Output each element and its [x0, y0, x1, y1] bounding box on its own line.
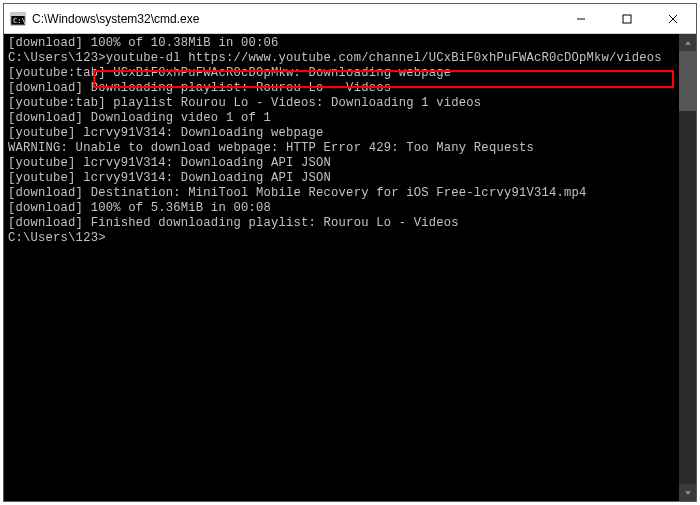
svg-text:C:\: C:\ [13, 17, 26, 25]
vertical-scrollbar[interactable] [679, 34, 696, 501]
terminal-line: [download] Finished downloading playlist… [8, 216, 675, 231]
terminal-line: C:\Users\123>youtube-dl https://www.yout… [8, 51, 675, 66]
terminal-line: [youtube] lcrvy91V314: Downloading API J… [8, 156, 675, 171]
close-button[interactable] [650, 4, 696, 33]
svg-rect-1 [11, 13, 25, 16]
window-title: C:\Windows\system32\cmd.exe [32, 12, 558, 26]
minimize-button[interactable] [558, 4, 604, 33]
titlebar[interactable]: C:\ C:\Windows\system32\cmd.exe [4, 4, 696, 34]
scroll-down-arrow[interactable] [679, 484, 696, 501]
terminal-line: [download] Destination: MiniTool Mobile … [8, 186, 675, 201]
window-controls [558, 4, 696, 33]
terminal-line: WARNING: Unable to download webpage: HTT… [8, 141, 675, 156]
terminal-line: [download] Downloading video 1 of 1 [8, 111, 675, 126]
terminal-line: [youtube:tab] playlist Rourou Lo - Video… [8, 96, 675, 111]
terminal-line: [download] 100% of 10.38MiB in 00:06 [8, 36, 675, 51]
terminal-output[interactable]: [download] 100% of 10.38MiB in 00:06C:\U… [4, 34, 679, 501]
scroll-thumb[interactable] [679, 51, 696, 111]
terminal-line: [youtube] lcrvy91V314: Downloading API J… [8, 171, 675, 186]
maximize-button[interactable] [604, 4, 650, 33]
terminal-line: [download] Downloading playlist: Rourou … [8, 81, 675, 96]
svg-rect-4 [623, 15, 631, 23]
terminal-area: [download] 100% of 10.38MiB in 00:06C:\U… [4, 34, 696, 501]
cmd-window: C:\ C:\Windows\system32\cmd.exe [downloa… [3, 3, 697, 502]
cmd-icon: C:\ [10, 11, 26, 27]
terminal-line: [download] 100% of 5.36MiB in 00:08 [8, 201, 675, 216]
scroll-up-arrow[interactable] [679, 34, 696, 51]
terminal-line: [youtube:tab] UCxBiF0xhPuFWAcR0cDOpMkw: … [8, 66, 675, 81]
terminal-line: C:\Users\123> [8, 231, 675, 246]
terminal-line: [youtube] lcrvy91V314: Downloading webpa… [8, 126, 675, 141]
